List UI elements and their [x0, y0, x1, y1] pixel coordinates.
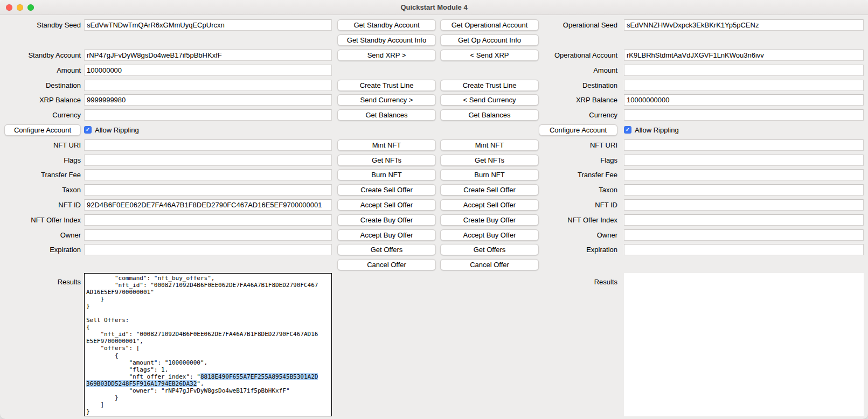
standby-send-xrp-button[interactable]: Send XRP >: [337, 50, 436, 61]
traffic-lights: [0, 4, 34, 11]
standby-owner-input[interactable]: [84, 229, 332, 241]
standby-get-balances-button[interactable]: Get Balances: [337, 109, 436, 121]
standby-expiration-label: Expiration: [4, 246, 84, 254]
standby-taxon-input[interactable]: [84, 184, 332, 195]
form-row: XRP Balance Send Currency > < Send Curre…: [4, 93, 864, 108]
operational-results-area[interactable]: [624, 273, 864, 416]
operational-nft-offer-index-input[interactable]: [624, 214, 864, 226]
operational-destination-label: Destination: [539, 81, 621, 89]
standby-configure-account-button[interactable]: Configure Account: [4, 124, 81, 136]
standby-allow-rippling-checkbox[interactable]: [84, 126, 92, 134]
app-window: Quickstart Module 4 Standby Seed Get Sta…: [0, 0, 868, 419]
standby-mint-nft-button[interactable]: Mint NFT: [337, 139, 436, 151]
operational-nft-id-label: NFT ID: [539, 201, 621, 209]
operational-accept-sell-offer-button[interactable]: Accept Sell Offer: [440, 199, 539, 211]
operational-cancel-offer-button[interactable]: Cancel Offer: [440, 259, 539, 270]
operational-accept-buy-offer-button[interactable]: Accept Buy Offer: [440, 229, 539, 241]
operational-create-trust-line-button[interactable]: Create Trust Line: [440, 80, 539, 91]
standby-send-currency-button[interactable]: Send Currency >: [337, 94, 436, 106]
standby-account-input[interactable]: [84, 50, 332, 61]
results-row: Results "command": "nft_buy_offers", "nf…: [4, 273, 864, 416]
standby-results-label: Results: [4, 273, 84, 286]
operational-allow-rippling-group: Allow Rippling: [624, 126, 864, 134]
operational-burn-nft-button[interactable]: Burn NFT: [440, 169, 539, 180]
get-standby-account-info-button[interactable]: Get Standby Account Info: [337, 34, 436, 46]
operational-nft-offer-index-label: NFT Offer Index: [539, 216, 621, 224]
operational-expiration-input[interactable]: [624, 244, 864, 255]
operational-nft-uri-input[interactable]: [624, 139, 864, 151]
operational-mint-nft-button[interactable]: Mint NFT: [440, 139, 539, 151]
operational-create-sell-offer-button[interactable]: Create Sell Offer: [440, 184, 539, 195]
standby-create-buy-offer-button[interactable]: Create Buy Offer: [337, 214, 436, 226]
minimize-window-button[interactable]: [17, 4, 23, 11]
standby-seed-input[interactable]: [84, 19, 332, 31]
zoom-window-button[interactable]: [27, 4, 34, 11]
operational-destination-input[interactable]: [624, 80, 864, 91]
operational-taxon-label: Taxon: [539, 186, 621, 194]
operational-get-offers-button[interactable]: Get Offers: [440, 244, 539, 255]
standby-account-label: Standby Account: [4, 51, 84, 59]
operational-account-label: Operational Account: [539, 51, 621, 59]
operational-amount-label: Amount: [539, 66, 621, 74]
standby-create-trust-line-button[interactable]: Create Trust Line: [337, 80, 436, 91]
operational-xrp-balance-input[interactable]: [624, 94, 864, 106]
standby-burn-nft-button[interactable]: Burn NFT: [337, 169, 436, 180]
operational-create-buy-offer-button[interactable]: Create Buy Offer: [440, 214, 539, 226]
operational-amount-input[interactable]: [624, 65, 864, 76]
standby-transfer-fee-label: Transfer Fee: [4, 171, 84, 179]
operational-send-currency-button[interactable]: < Send Currency: [440, 94, 539, 106]
standby-nft-id-label: NFT ID: [4, 201, 84, 209]
operational-get-balances-button[interactable]: Get Balances: [440, 109, 539, 121]
standby-nft-offer-index-input[interactable]: [84, 214, 332, 226]
standby-xrp-balance-label: XRP Balance: [4, 96, 84, 104]
standby-seed-label: Standby Seed: [4, 21, 84, 29]
standby-get-offers-button[interactable]: Get Offers: [337, 244, 436, 255]
operational-results-label: Results: [539, 273, 621, 286]
form-row: Taxon Create Sell Offer Create Sell Offe…: [4, 183, 864, 198]
operational-allow-rippling-checkbox[interactable]: [624, 126, 631, 134]
standby-currency-input[interactable]: [84, 109, 332, 121]
standby-destination-input[interactable]: [84, 80, 332, 91]
standby-nft-offer-index-label: NFT Offer Index: [4, 216, 84, 224]
operational-owner-input[interactable]: [624, 229, 864, 241]
get-operational-account-button[interactable]: Get Operational Account: [440, 19, 539, 31]
form-row: Get Standby Account Info Get Op Account …: [4, 33, 864, 48]
standby-xrp-balance-input[interactable]: [84, 94, 332, 106]
standby-results-area[interactable]: "command": "nft_buy_offers", "nft_id": "…: [84, 273, 332, 416]
form-row: Destination Create Trust Line Create Tru…: [4, 78, 864, 93]
get-op-account-info-button[interactable]: Get Op Account Info: [440, 34, 539, 46]
operational-flags-label: Flags: [539, 156, 621, 164]
standby-nft-id-input[interactable]: [84, 199, 332, 211]
operational-configure-account-button[interactable]: Configure Account: [539, 124, 617, 136]
standby-results-text-before: "command": "nft_buy_offers", "nft_id": "…: [86, 275, 318, 380]
operational-allow-rippling-label: Allow Rippling: [635, 126, 679, 134]
standby-nft-uri-input[interactable]: [84, 139, 332, 151]
operational-seed-input[interactable]: [624, 19, 864, 31]
operational-send-xrp-button[interactable]: < Send XRP: [440, 50, 539, 61]
operational-taxon-input[interactable]: [624, 184, 864, 195]
operational-seed-label: Operational Seed: [539, 21, 621, 29]
standby-transfer-fee-input[interactable]: [84, 169, 332, 180]
form-row: Currency Get Balances Get Balances Curre…: [4, 108, 864, 123]
operational-currency-input[interactable]: [624, 109, 864, 121]
standby-accept-buy-offer-button[interactable]: Accept Buy Offer: [337, 229, 436, 241]
form-row: Configure Account Allow Rippling Configu…: [4, 123, 864, 138]
standby-get-nfts-button[interactable]: Get NFTs: [337, 155, 436, 166]
operational-transfer-fee-input[interactable]: [624, 169, 864, 180]
operational-account-input[interactable]: [624, 50, 864, 61]
form-row: Expiration Get Offers Get Offers Expirat…: [4, 242, 864, 257]
standby-accept-sell-offer-button[interactable]: Accept Sell Offer: [337, 199, 436, 211]
standby-create-sell-offer-button[interactable]: Create Sell Offer: [337, 184, 436, 195]
operational-get-nfts-button[interactable]: Get NFTs: [440, 155, 539, 166]
operational-flags-input[interactable]: [624, 155, 864, 166]
standby-cancel-offer-button[interactable]: Cancel Offer: [337, 259, 436, 270]
standby-flags-input[interactable]: [84, 155, 332, 166]
get-standby-account-button[interactable]: Get Standby Account: [337, 19, 436, 31]
operational-nft-id-input[interactable]: [624, 199, 864, 211]
standby-amount-input[interactable]: [84, 65, 332, 76]
standby-owner-label: Owner: [4, 231, 84, 239]
form-row: Cancel Offer Cancel Offer: [4, 257, 864, 273]
close-window-button[interactable]: [6, 4, 12, 11]
form-row: Owner Accept Buy Offer Accept Buy Offer …: [4, 227, 864, 242]
standby-expiration-input[interactable]: [84, 244, 332, 255]
